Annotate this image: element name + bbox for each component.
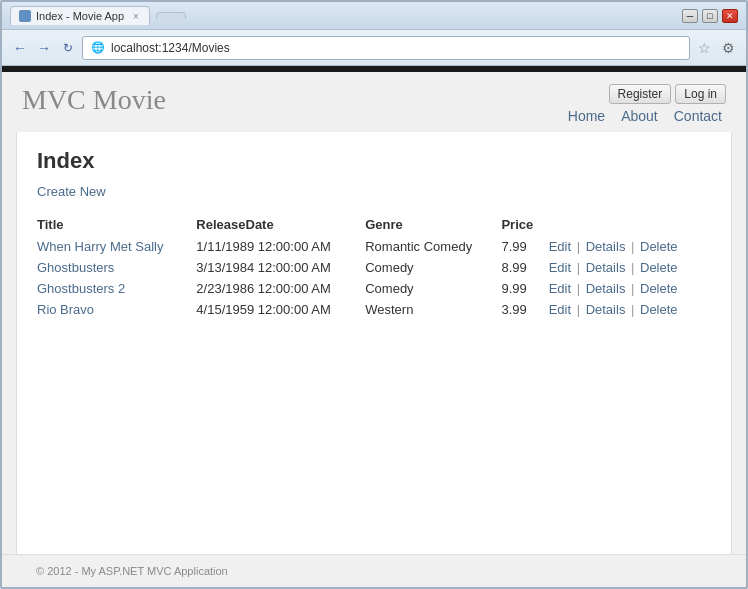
address-text: localhost:1234/Movies [111, 41, 230, 55]
movie-actions: Edit | Details | Delete [549, 299, 711, 320]
app-title: MVC Movie [22, 84, 166, 116]
edit-link[interactable]: Edit [549, 281, 571, 296]
delete-link[interactable]: Delete [640, 239, 678, 254]
edit-link[interactable]: Edit [549, 260, 571, 275]
movie-genre: Comedy [365, 257, 501, 278]
col-header-price: Price [501, 213, 548, 236]
col-header-actions [549, 213, 711, 236]
separator: | [627, 260, 638, 275]
movie-title-link[interactable]: Ghostbusters [37, 260, 114, 275]
edit-link[interactable]: Edit [549, 302, 571, 317]
tab-favicon [19, 10, 31, 22]
tab-title: Index - Movie App [36, 10, 124, 22]
page-footer-area: © 2012 - My ASP.NET MVC Application [2, 554, 746, 587]
movie-actions: Edit | Details | Delete [549, 257, 711, 278]
movie-actions: Edit | Details | Delete [549, 278, 711, 299]
address-lock-icon: 🌐 [91, 41, 105, 54]
movie-release-date: 4/15/1959 12:00:00 AM [196, 299, 365, 320]
browser-title-area: Index - Movie App × [10, 6, 186, 25]
browser-tab-inactive[interactable] [156, 12, 186, 19]
delete-link[interactable]: Delete [640, 281, 678, 296]
separator: | [573, 302, 584, 317]
tab-close-icon[interactable]: × [133, 11, 139, 22]
browser-toolbar: ← → ↻ 🌐 localhost:1234/Movies ☆ ⚙ [2, 30, 746, 66]
details-link[interactable]: Details [586, 281, 626, 296]
movie-actions: Edit | Details | Delete [549, 236, 711, 257]
browser-window-controls: ─ □ ✕ [682, 9, 738, 23]
separator: | [627, 302, 638, 317]
auth-buttons: Register Log in [609, 84, 726, 104]
separator: | [573, 281, 584, 296]
movie-price: 9.99 [501, 278, 548, 299]
movie-genre: Western [365, 299, 501, 320]
movie-release-date: 3/13/1984 12:00:00 AM [196, 257, 365, 278]
movie-price: 3.99 [501, 299, 548, 320]
movie-table: Title ReleaseDate Genre Price When Harry… [37, 213, 711, 320]
page-heading: Index [37, 148, 711, 174]
register-button[interactable]: Register [609, 84, 672, 104]
table-header-row: Title ReleaseDate Genre Price [37, 213, 711, 236]
separator: | [627, 281, 638, 296]
create-new-link[interactable]: Create New [37, 184, 106, 199]
movie-title-link[interactable]: Ghostbusters 2 [37, 281, 125, 296]
table-row: Ghostbusters3/13/1984 12:00:00 AMComedy8… [37, 257, 711, 278]
col-header-releasedate: ReleaseDate [196, 213, 365, 236]
browser-titlebar: Index - Movie App × ─ □ ✕ [2, 2, 746, 30]
edit-link[interactable]: Edit [549, 239, 571, 254]
movie-price: 8.99 [501, 257, 548, 278]
address-bar[interactable]: 🌐 localhost:1234/Movies [82, 36, 690, 60]
browser-window: Index - Movie App × ─ □ ✕ ← → ↻ 🌐 localh… [0, 0, 748, 589]
nav-contact-link[interactable]: Contact [674, 108, 722, 124]
settings-button[interactable]: ⚙ [718, 38, 738, 58]
page-body: Index Create New Title ReleaseDate Genre… [16, 132, 732, 554]
separator: | [627, 239, 638, 254]
nav-links: Home About Contact [568, 108, 726, 124]
close-button[interactable]: ✕ [722, 9, 738, 23]
movie-release-date: 1/11/1989 12:00:00 AM [196, 236, 365, 257]
table-row: Ghostbusters 22/23/1986 12:00:00 AMComed… [37, 278, 711, 299]
bookmark-button[interactable]: ☆ [694, 38, 714, 58]
login-button[interactable]: Log in [675, 84, 726, 104]
separator: | [573, 260, 584, 275]
table-row: When Harry Met Sally1/11/1989 12:00:00 A… [37, 236, 711, 257]
col-header-genre: Genre [365, 213, 501, 236]
maximize-button[interactable]: □ [702, 9, 718, 23]
browser-tab-active[interactable]: Index - Movie App × [10, 6, 150, 25]
details-link[interactable]: Details [586, 260, 626, 275]
details-link[interactable]: Details [586, 239, 626, 254]
forward-button[interactable]: → [34, 38, 54, 58]
header-right: Register Log in Home About Contact [568, 84, 726, 124]
delete-link[interactable]: Delete [640, 260, 678, 275]
details-link[interactable]: Details [586, 302, 626, 317]
nav-home-link[interactable]: Home [568, 108, 605, 124]
page-content: MVC Movie Register Log in Home About Con… [2, 66, 746, 587]
movie-price: 7.99 [501, 236, 548, 257]
delete-link[interactable]: Delete [640, 302, 678, 317]
movie-genre: Comedy [365, 278, 501, 299]
minimize-button[interactable]: ─ [682, 9, 698, 23]
refresh-button[interactable]: ↻ [58, 38, 78, 58]
movie-genre: Romantic Comedy [365, 236, 501, 257]
app-header: MVC Movie Register Log in Home About Con… [2, 72, 746, 132]
page-footer: © 2012 - My ASP.NET MVC Application [2, 555, 746, 587]
back-button[interactable]: ← [10, 38, 30, 58]
movie-title-link[interactable]: Rio Bravo [37, 302, 94, 317]
nav-about-link[interactable]: About [621, 108, 658, 124]
movie-title-link[interactable]: When Harry Met Sally [37, 239, 163, 254]
table-row: Rio Bravo4/15/1959 12:00:00 AMWestern3.9… [37, 299, 711, 320]
movie-release-date: 2/23/1986 12:00:00 AM [196, 278, 365, 299]
col-header-title: Title [37, 213, 196, 236]
separator: | [573, 239, 584, 254]
